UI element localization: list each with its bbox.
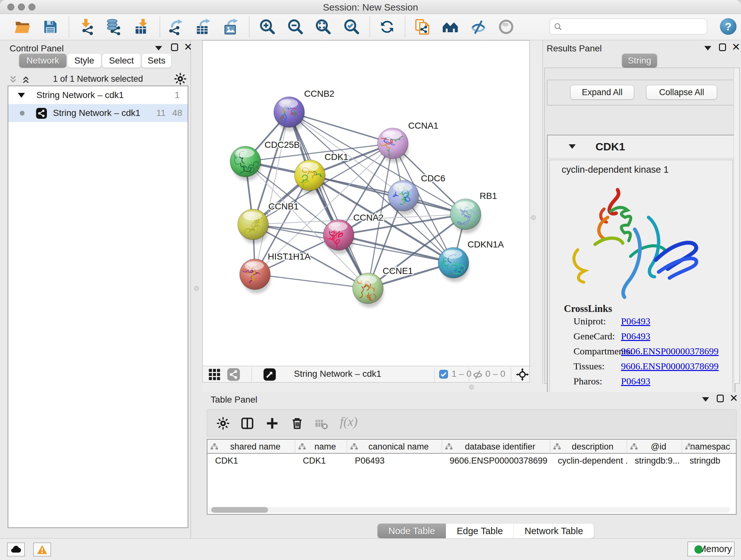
node-CDC25B[interactable]: [230, 146, 261, 181]
column-header-namespac[interactable]: namespac: [682, 440, 730, 454]
export-network-icon[interactable]: [167, 18, 185, 36]
refresh-icon[interactable]: [379, 18, 396, 36]
window-title: Session: New Session: [0, 2, 741, 13]
edge-count: 48: [172, 104, 182, 122]
panel-float-icon[interactable]: [717, 395, 724, 402]
function-builder-icon-disabled: f(x): [340, 414, 358, 429]
search-input[interactable]: [565, 20, 702, 33]
left-splitter[interactable]: [191, 40, 202, 538]
protein-section-header[interactable]: CDK1: [548, 135, 735, 159]
clone-network-icon[interactable]: [414, 18, 431, 36]
table-hscrollbar-thumb[interactable]: [211, 507, 268, 513]
node-CDKN1A[interactable]: [438, 247, 469, 282]
gear-icon[interactable]: [174, 72, 187, 85]
birds-eye-toggle-icon[interactable]: [515, 368, 529, 381]
right-splitter[interactable]: [530, 40, 542, 384]
table-cell: stringdb:9...: [627, 454, 682, 468]
results-scrollbar[interactable]: [734, 68, 739, 383]
network-row[interactable]: String Network – cdk1 11 48: [8, 104, 188, 122]
panel-menu-caret-icon[interactable]: [702, 397, 709, 401]
column-header-name[interactable]: name: [295, 440, 347, 454]
node-CCNB1[interactable]: [238, 209, 269, 244]
grid-view-icon[interactable]: [208, 368, 221, 381]
section-collapse-icon[interactable]: [569, 144, 576, 149]
edge-CCNE1-HIST1H1A[interactable]: [255, 274, 368, 288]
import-table-file-icon[interactable]: [133, 18, 150, 36]
network-canvas[interactable]: CCNB2CCNA1CDC25BCDK1CDC6RB1CCNB1CCNA2CDK…: [202, 40, 530, 366]
search-field[interactable]: [549, 18, 707, 35]
zoom-fit-icon[interactable]: [315, 18, 332, 36]
first-neighbors-icon[interactable]: [442, 18, 459, 36]
delete-column-icon[interactable]: [290, 416, 304, 430]
node-CCNA2[interactable]: [323, 220, 354, 254]
expand-all-button[interactable]: Expand All: [570, 85, 634, 100]
panel-menu-caret-icon[interactable]: [155, 46, 162, 51]
tab-node-table[interactable]: Node Table: [378, 523, 446, 538]
crosslink-link[interactable]: 9606.ENSP00000378699: [621, 361, 719, 372]
main-toolbar: ?: [0, 14, 741, 40]
import-network-database-icon[interactable]: [105, 18, 122, 36]
column-header--id[interactable]: @id: [627, 440, 682, 454]
tab-edge-table[interactable]: Edge Table: [446, 523, 514, 538]
open-session-icon[interactable]: [14, 18, 31, 36]
selected-checkbox-icon[interactable]: [439, 369, 448, 379]
node-HIST1H1A[interactable]: [239, 259, 271, 294]
zoom-out-icon[interactable]: [287, 18, 304, 36]
node-CDC6[interactable]: [388, 180, 419, 215]
column-header-description[interactable]: description: [550, 440, 627, 454]
select-columns-icon[interactable]: [240, 416, 254, 430]
title-bar: Session: New Session: [0, 0, 741, 14]
export-table-icon[interactable]: [195, 18, 212, 36]
table-cell: P06493: [347, 454, 442, 468]
node-CCNE1[interactable]: [353, 273, 384, 307]
hidden-eye-icon[interactable]: [472, 369, 483, 380]
add-column-icon[interactable]: [265, 416, 279, 430]
tree-expand-icon[interactable]: [18, 93, 25, 98]
import-network-file-icon[interactable]: [78, 18, 95, 36]
crosslink-link[interactable]: P06493: [621, 331, 650, 341]
open-in-window-icon[interactable]: [263, 368, 277, 381]
network-icon-gray[interactable]: [227, 368, 240, 381]
edge-CCNB2-CCNE1[interactable]: [289, 112, 368, 288]
panel-float-icon[interactable]: [719, 44, 726, 51]
zoom-in-icon[interactable]: [259, 18, 276, 36]
crosslink-link[interactable]: P06493: [621, 376, 650, 387]
node-label-CDC6: CDC6: [421, 173, 445, 183]
export-image-icon[interactable]: [222, 18, 240, 36]
table-gear-icon[interactable]: [216, 416, 230, 430]
tab-network[interactable]: Network: [19, 54, 66, 68]
node-RB1[interactable]: [450, 199, 481, 233]
string-network-icon: [36, 107, 47, 119]
tab-network-table[interactable]: Network Table: [514, 523, 594, 538]
network-collection-row[interactable]: String Network – cdk1 1: [8, 86, 188, 104]
show-all-icon[interactable]: [497, 18, 515, 36]
panel-close-icon[interactable]: ✕: [730, 394, 738, 402]
help-icon[interactable]: ?: [720, 18, 737, 35]
node-CCNA1[interactable]: [378, 128, 408, 163]
panel-close-icon[interactable]: ✕: [732, 43, 740, 51]
node-CDK1[interactable]: [294, 160, 326, 195]
panel-menu-caret-icon[interactable]: [704, 46, 711, 51]
column-header-shared-name[interactable]: shared name: [207, 440, 295, 454]
tab-sets[interactable]: Sets: [142, 54, 172, 68]
cloud-button[interactable]: [7, 543, 25, 557]
table-row[interactable]: CDK1CDK1P064939606.ENSP00000378699cyclin…: [207, 454, 736, 468]
crosslink-link[interactable]: 9606.ENSP00000378699: [621, 346, 719, 357]
collapse-all-button[interactable]: Collapse All: [646, 85, 717, 100]
panel-float-icon[interactable]: [171, 44, 178, 51]
edge-CCNB2-HIST1H1A[interactable]: [255, 112, 289, 274]
warnings-button[interactable]: [33, 543, 51, 557]
toolbar-separator: [69, 17, 69, 37]
tab-style[interactable]: Style: [67, 54, 101, 68]
node-CCNB2[interactable]: [274, 97, 305, 131]
zoom-selected-icon[interactable]: [343, 18, 360, 36]
column-header-canonical-name[interactable]: canonical name: [347, 440, 442, 454]
collection-label: String Network – cdk1: [37, 86, 124, 104]
hide-selected-icon[interactable]: [470, 18, 487, 36]
column-header-database-identifier[interactable]: database identifier: [442, 440, 550, 454]
memory-button[interactable]: Memory: [687, 542, 735, 557]
tab-select[interactable]: Select: [102, 54, 141, 68]
save-session-icon[interactable]: [42, 18, 59, 36]
crosslink-link[interactable]: P06493: [621, 316, 650, 327]
tab-string[interactable]: String: [622, 54, 657, 68]
